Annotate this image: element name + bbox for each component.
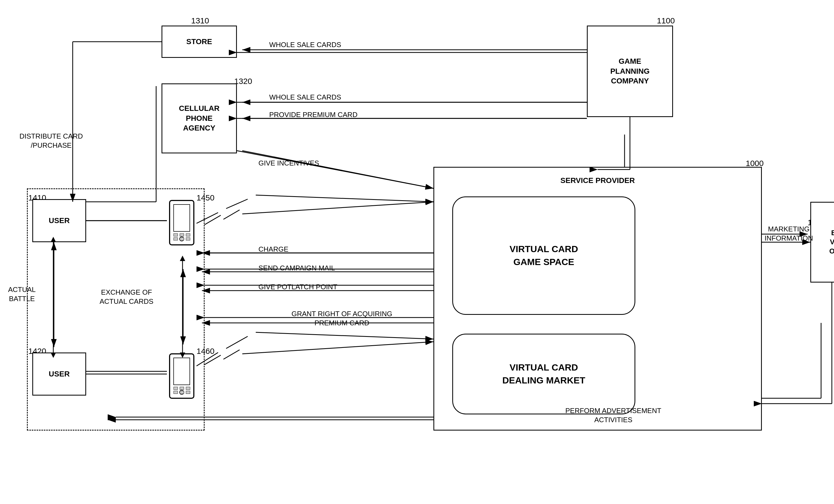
ref-service-provider: 1000 [746, 159, 764, 168]
svg-rect-35 [186, 234, 190, 236]
ref-phone-bottom: 1460 [197, 347, 215, 356]
svg-line-22 [204, 355, 221, 365]
phone-bottom-icon [167, 352, 197, 406]
label-exchange-cards: EXCHANGE OF ACTUAL CARDS [100, 288, 153, 306]
label-wholesale-2: WHOLE SALE CARDS [269, 93, 341, 102]
label-actual-battle: ACTUAL BATTLE [8, 285, 36, 303]
svg-line-62 [256, 195, 434, 202]
svg-line-24 [242, 342, 434, 354]
svg-rect-45 [174, 391, 178, 394]
label-charge: CHARGE [259, 245, 288, 254]
ref-store: 1310 [191, 16, 209, 25]
phone-top-icon [167, 199, 197, 253]
svg-line-74 [237, 151, 434, 188]
diagram: 1310 STORE 1100 GAME PLANNING COMPANY WH… [0, 0, 834, 504]
user-bottom-box: USER [32, 352, 86, 395]
cellular-box: CELLULAR PHONE AGENCY [161, 84, 237, 153]
svg-rect-42 [174, 387, 178, 390]
svg-rect-38 [186, 237, 190, 240]
user-top-box: USER [32, 199, 86, 242]
svg-rect-36 [174, 237, 178, 240]
label-grant-right: GRANT RIGHT OF ACQUIRING PREMIUM CARD [259, 310, 425, 328]
ref-phone-top: 1450 [197, 193, 215, 202]
game-planning-box: GAME PLANNING COMPANY [587, 26, 673, 117]
store-box: STORE [161, 26, 237, 58]
label-provide-premium: PROVIDE PREMIUM CARD [269, 110, 357, 119]
label-give-incentives: GIVE INCENTIVES [259, 159, 319, 168]
label-perform-ad: PERFORM ADVERTISEMENT ACTIVITIES [565, 406, 661, 425]
svg-line-23 [223, 350, 240, 359]
ref-game-planning: 1100 [657, 16, 675, 25]
virtual-card-game-box: VIRTUAL CARD GAME SPACE [452, 197, 635, 315]
svg-line-20 [223, 210, 240, 219]
label-give-potlatch: GIVE POTLATCH POINT [259, 282, 337, 292]
svg-rect-46 [180, 391, 184, 394]
svg-rect-31 [174, 205, 190, 231]
svg-line-64 [226, 336, 248, 348]
svg-rect-37 [180, 237, 184, 240]
svg-line-21 [242, 202, 434, 214]
ref-cellular: 1320 [234, 77, 252, 86]
virtual-card-dealing-box: VIRTUAL CARD DEALING MARKET [452, 334, 635, 414]
svg-rect-34 [180, 234, 184, 236]
svg-rect-47 [186, 391, 190, 394]
svg-rect-40 [174, 358, 190, 385]
svg-rect-43 [180, 387, 184, 390]
business-box: BUSINESS FOR VARIOUS KINDS OF CUSTOMERS [810, 202, 834, 282]
svg-rect-33 [174, 234, 178, 236]
svg-line-15 [242, 151, 434, 188]
svg-line-19 [204, 215, 221, 225]
label-marketing-info: MARKETING INFORMATION [765, 225, 813, 243]
label-distribute: DISTRIBUTE CARD /PURCHASE [14, 132, 89, 150]
svg-rect-44 [186, 387, 190, 390]
svg-line-65 [256, 332, 434, 339]
label-wholesale-1: WHOLE SALE CARDS [269, 40, 341, 49]
svg-line-61 [226, 199, 248, 209]
label-send-campaign: SEND CAMPAIGN MAIL [259, 264, 335, 273]
